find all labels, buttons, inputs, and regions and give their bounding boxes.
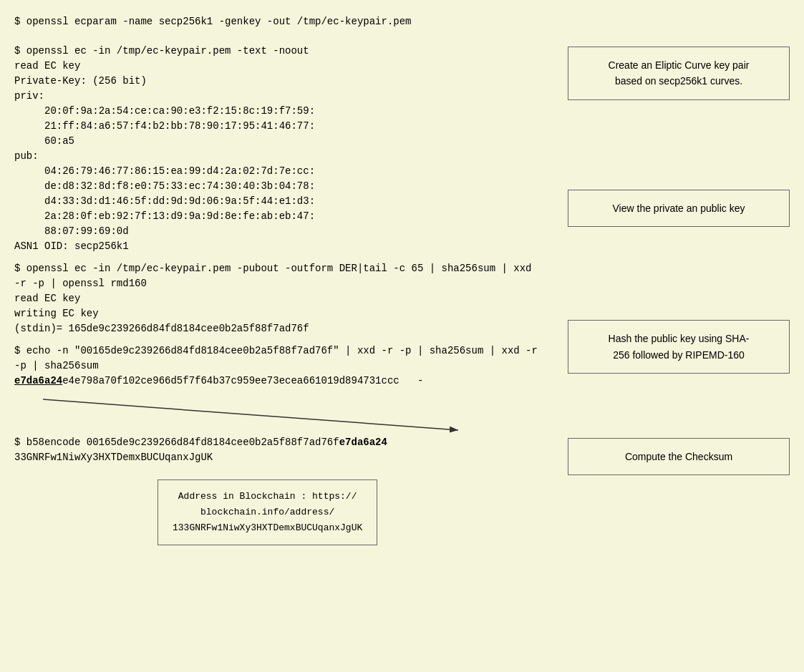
cmd3-text: $ openssl ec -in /tmp/ec-keypair.pem -pu… — [14, 261, 553, 336]
blockchain-line3: 133GNRFw1NiwXy3HXTDemxBUCUqanxJgUK — [173, 522, 362, 533]
box2-text: View the private an public key — [613, 203, 745, 214]
annotation-box-3: Hash the public key using SHA- 256 follo… — [568, 320, 790, 374]
annotations-section: Create an Eliptic Curve key pair based o… — [561, 14, 790, 545]
box3-text1: Hash the public key using SHA- — [609, 333, 750, 344]
cmd3-block: $ openssl ec -in /tmp/ec-keypair.pem -pu… — [14, 261, 553, 336]
box3-text2: 256 followed by RIPEMD-160 — [613, 349, 745, 361]
cmd2-text: $ openssl ec -in /tmp/ec-keypair.pem -te… — [14, 44, 553, 254]
blockchain-line1: Address in Blockchain : https:// — [178, 491, 357, 502]
cmd2-block: $ openssl ec -in /tmp/ec-keypair.pem -te… — [14, 44, 553, 254]
cmd5-text: $ b58encode 00165de9c239266d84fd8184cee0… — [14, 435, 553, 465]
cmd1-text: $ openssl ecparam -name secp256k1 -genke… — [14, 14, 553, 29]
box1-text1: Create an Eliptic Curve key pair — [609, 59, 750, 71]
cmd4-block: $ echo -n "00165de9c239266d84fd8184cee0b… — [14, 344, 553, 389]
box4-text: Compute the Checksum — [625, 451, 732, 462]
terminal-section: $ openssl ecparam -name secp256k1 -genke… — [14, 14, 561, 545]
blockchain-line2: blockchain.info/address/ — [200, 507, 334, 517]
box1-text2: based on secp256k1 curves. — [615, 75, 742, 87]
b58-bold: e7da6a24 — [339, 437, 387, 448]
annotation-box-1: Create an Eliptic Curve key pair based o… — [568, 47, 790, 100]
cmd1-block: $ openssl ecparam -name secp256k1 -genke… — [14, 14, 553, 29]
cmd5-block: $ b58encode 00165de9c239266d84fd8184cee0… — [14, 435, 553, 465]
cmd4-text: $ echo -n "00165de9c239266d84fd8184cee0b… — [14, 344, 553, 389]
checksum-highlight: e7da6a24 — [14, 375, 62, 386]
svg-line-0 — [43, 399, 458, 430]
annotation-box-2: View the private an public key — [568, 190, 790, 227]
arrow-area — [14, 396, 553, 435]
blockchain-box: Address in Blockchain : https:// blockch… — [158, 479, 377, 545]
arrow-svg — [14, 396, 515, 435]
annotation-box-4: Compute the Checksum — [568, 438, 790, 475]
